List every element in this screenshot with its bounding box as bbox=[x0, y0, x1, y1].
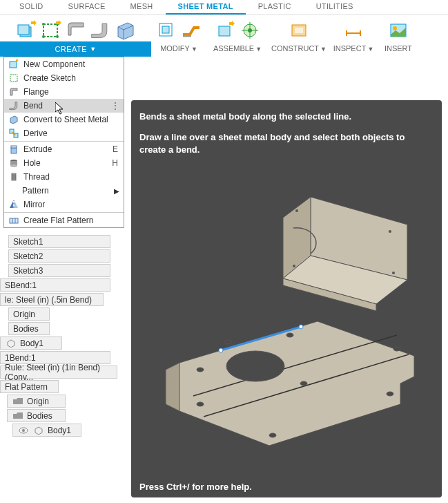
insert-icon[interactable] bbox=[387, 19, 410, 42]
menu-bend[interactable]: Bend ⋮ bbox=[4, 99, 124, 113]
svg-point-63 bbox=[393, 347, 400, 351]
toolbar-group-insert: INSERT bbox=[378, 15, 419, 57]
folder-icon bbox=[12, 411, 24, 421]
menu-shortcut: H bbox=[112, 158, 118, 168]
svg-rect-10 bbox=[162, 26, 169, 33]
assemble-dropdown[interactable]: ASSEMBLE▼ bbox=[213, 44, 262, 53]
create-sketch-icon[interactable] bbox=[39, 19, 63, 42]
svg-rect-41 bbox=[10, 218, 18, 223]
convert-sheet-metal-icon[interactable] bbox=[114, 19, 137, 42]
submenu-arrow-icon: ▶ bbox=[114, 187, 119, 195]
modify-label: MODIFY bbox=[160, 44, 190, 53]
menu-flange[interactable]: Flange bbox=[4, 85, 124, 99]
bend-tooltip-panel: Bends a sheet metal body along the selec… bbox=[131, 100, 442, 497]
tree-sketch2[interactable]: Sketch2 bbox=[8, 249, 110, 263]
create-label: CREATE bbox=[55, 45, 87, 53]
flange-icon[interactable] bbox=[64, 19, 88, 42]
svg-marker-25 bbox=[16, 59, 18, 61]
toolbar-group-construct: CONSTRUCT▼ bbox=[269, 15, 329, 57]
visibility-icon[interactable] bbox=[17, 426, 30, 435]
menu-label: Pattern bbox=[22, 186, 49, 196]
inspect-dropdown[interactable]: INSPECT▼ bbox=[333, 44, 374, 53]
tree-rule1[interactable]: le: Steel (in) (.5in Bend) bbox=[0, 293, 104, 306]
new-component-icon[interactable] bbox=[14, 19, 38, 42]
tree-body1[interactable]: Body1 bbox=[0, 336, 62, 350]
tree-sbend1[interactable]: SBend:1 bbox=[0, 278, 110, 292]
tree-origin2[interactable]: Origin bbox=[7, 395, 66, 408]
menu-label: Mirror bbox=[23, 200, 45, 209]
menu-extrude[interactable]: Extrude E bbox=[4, 142, 124, 156]
menu-convert-sheet-metal[interactable]: Convert to Sheet Metal bbox=[4, 113, 124, 126]
tab-sheet-metal[interactable]: SHEET METAL bbox=[166, 0, 246, 15]
new-component-assemble-icon[interactable] bbox=[213, 19, 237, 42]
browser-tree: Sketch1 Sketch2 Sketch3 SBend:1 le: Stee… bbox=[0, 235, 110, 437]
svg-point-23 bbox=[393, 26, 397, 30]
menu-label: Create Flat Pattern bbox=[23, 216, 93, 225]
tree-rule2[interactable]: Rule: Steel (in) (1in Bend) (Conv... bbox=[0, 366, 117, 379]
svg-point-34 bbox=[10, 164, 17, 167]
menu-label: Hole bbox=[23, 158, 41, 168]
joint-icon[interactable] bbox=[238, 19, 262, 42]
menu-more-icon[interactable]: ⋮ bbox=[111, 101, 119, 111]
insert-dropdown[interactable]: INSERT bbox=[384, 44, 412, 53]
create-dropdown-button[interactable]: CREATE▼ bbox=[0, 41, 151, 57]
svg-point-60 bbox=[197, 402, 204, 406]
derive-icon bbox=[8, 128, 19, 139]
tooltip-footer: Press Ctrl+/ for more help. bbox=[139, 482, 252, 492]
svg-marker-2 bbox=[31, 20, 37, 26]
menu-hole[interactable]: Hole H bbox=[4, 156, 124, 170]
menu-pattern[interactable]: Pattern ▶ bbox=[4, 184, 124, 198]
menu-thread[interactable]: Thread bbox=[4, 170, 124, 184]
svg-point-7 bbox=[56, 35, 59, 38]
tree-sketch3[interactable]: Sketch3 bbox=[8, 264, 110, 277]
tab-plastic[interactable]: PLASTIC bbox=[246, 0, 304, 15]
svg-point-62 bbox=[387, 392, 393, 396]
convert-icon bbox=[8, 114, 19, 125]
tree-bodies2[interactable]: Bodies bbox=[7, 409, 66, 422]
svg-point-59 bbox=[300, 381, 307, 386]
body-icon bbox=[32, 426, 45, 435]
svg-rect-1 bbox=[18, 25, 29, 35]
tree-sketch1[interactable]: Sketch1 bbox=[8, 235, 110, 248]
modify-dropdown[interactable]: MODIFY▼ bbox=[160, 44, 197, 53]
tooltip-body: Draw a line over a sheet metal body and … bbox=[139, 131, 434, 156]
tree-bodies[interactable]: Bodies bbox=[8, 322, 50, 335]
unfold-icon[interactable] bbox=[179, 19, 203, 42]
menu-create-sketch[interactable]: Create Sketch bbox=[4, 71, 124, 85]
tab-surface[interactable]: SURFACE bbox=[56, 0, 118, 15]
assemble-label: ASSEMBLE bbox=[213, 44, 254, 53]
svg-point-56 bbox=[197, 368, 204, 372]
tab-utilities[interactable]: UTILITIES bbox=[304, 0, 366, 15]
menu-new-component[interactable]: New Component bbox=[4, 57, 124, 71]
extrude-icon bbox=[8, 144, 19, 155]
menu-label: Derive bbox=[23, 129, 48, 138]
bend-icon[interactable] bbox=[89, 19, 113, 42]
toolbar-group-assemble: ASSEMBLE▼ bbox=[206, 15, 269, 57]
menu-create-flat-pattern[interactable]: Create Flat Pattern bbox=[4, 213, 124, 227]
menu-derive[interactable]: Derive bbox=[4, 126, 124, 140]
tab-mesh[interactable]: MESH bbox=[118, 0, 166, 15]
tab-solid[interactable]: SOLID bbox=[7, 0, 56, 15]
menu-shortcut: E bbox=[113, 144, 118, 154]
svg-point-4 bbox=[42, 23, 45, 26]
svg-point-6 bbox=[42, 35, 45, 38]
svg-point-46 bbox=[295, 209, 298, 212]
menu-label: Create Sketch bbox=[23, 73, 76, 83]
press-pull-icon[interactable] bbox=[155, 19, 178, 42]
tree-body1b[interactable]: Body1 bbox=[12, 424, 81, 437]
construct-plane-icon[interactable] bbox=[287, 19, 311, 42]
measure-icon[interactable] bbox=[342, 19, 365, 42]
svg-rect-18 bbox=[295, 28, 303, 33]
construct-dropdown[interactable]: CONSTRUCT▼ bbox=[271, 44, 327, 53]
svg-point-58 bbox=[286, 333, 293, 337]
menu-mirror[interactable]: Mirror bbox=[4, 198, 124, 211]
insert-label: INSERT bbox=[384, 44, 412, 53]
thread-icon bbox=[8, 171, 19, 182]
tree-origin[interactable]: Origin bbox=[8, 307, 50, 321]
menu-label: Convert to Sheet Metal bbox=[23, 115, 108, 124]
hole-icon bbox=[8, 158, 19, 169]
toolbar-group-modify: MODIFY▼ bbox=[151, 15, 206, 57]
create-dropdown-menu: New Component Create Sketch Flange Bend … bbox=[3, 57, 124, 228]
svg-point-53 bbox=[219, 348, 223, 352]
tree-flat-pattern[interactable]: Flat Pattern bbox=[0, 380, 59, 393]
